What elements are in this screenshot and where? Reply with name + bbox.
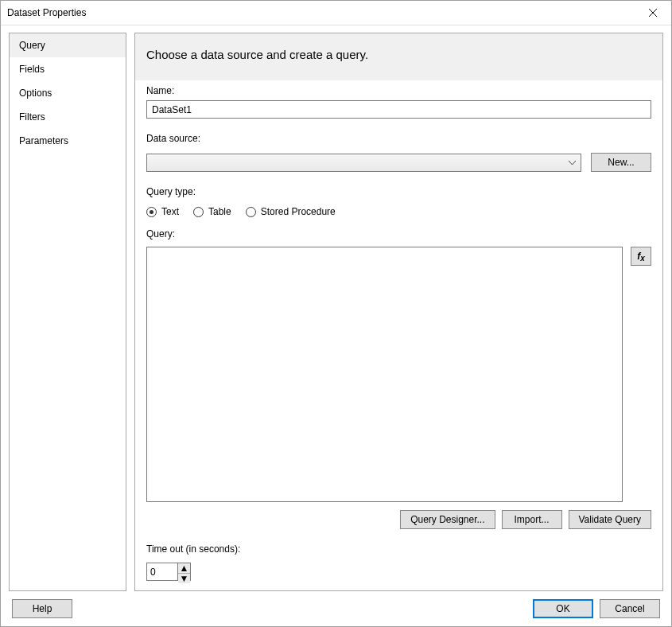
titlebar: Dataset Properties (1, 1, 671, 25)
name-label: Name: (146, 85, 651, 96)
radio-label: Table (208, 206, 231, 217)
sidebar-item-fields[interactable]: Fields (10, 57, 126, 81)
query-label: Query: (146, 228, 651, 240)
content-body: Name: Data source: New... Query type: Te… (135, 80, 662, 590)
radio-table[interactable]: Table (193, 206, 231, 217)
ok-button[interactable]: OK (533, 599, 593, 618)
data-source-combo[interactable] (146, 154, 581, 172)
name-input[interactable] (146, 100, 651, 119)
radio-icon (146, 207, 157, 217)
page-title: Choose a data source and create a query. (135, 33, 662, 80)
button-label: OK (556, 603, 569, 614)
import-button[interactable]: Import... (502, 510, 562, 529)
radio-label: Text (161, 206, 179, 217)
button-label: Help (33, 603, 52, 614)
sidebar-item-label: Parameters (19, 135, 68, 146)
radio-label: Stored Procedure (261, 206, 336, 217)
sidebar-item-parameters[interactable]: Parameters (10, 129, 126, 153)
query-textarea[interactable] (147, 247, 622, 501)
triangle-down-icon: ▼ (180, 574, 189, 583)
radio-stored-procedure[interactable]: Stored Procedure (246, 206, 336, 217)
timeout-input[interactable] (147, 563, 177, 580)
window-title: Dataset Properties (7, 7, 635, 18)
query-type-group: Text Table Stored Procedure (146, 206, 651, 217)
dialog-window: Dataset Properties Query Fields Options … (0, 0, 672, 627)
button-label: Validate Query (579, 514, 642, 525)
query-type-label: Query type: (146, 186, 651, 197)
sidebar-item-filters[interactable]: Filters (10, 105, 126, 129)
close-button[interactable] (635, 1, 671, 25)
chevron-down-icon (569, 157, 576, 168)
radio-icon (246, 207, 256, 217)
button-label: New... (608, 157, 634, 168)
timeout-label: Time out (in seconds): (146, 543, 651, 555)
triangle-up-icon: ▲ (180, 563, 189, 573)
cancel-button[interactable]: Cancel (600, 599, 660, 618)
radio-text[interactable]: Text (146, 206, 179, 217)
query-textarea-wrap (146, 247, 623, 502)
help-button[interactable]: Help (12, 599, 72, 618)
close-icon (649, 9, 657, 17)
validate-query-button[interactable]: Validate Query (569, 510, 652, 529)
button-label: Query Designer... (410, 514, 484, 525)
sidebar-item-label: Filters (19, 111, 45, 123)
sidebar-item-label: Options (19, 88, 52, 99)
radio-icon (193, 207, 204, 217)
query-designer-button[interactable]: Query Designer... (400, 510, 495, 529)
data-source-label: Data source: (146, 133, 651, 144)
spinner-down[interactable]: ▼ (178, 574, 190, 583)
sidebar-item-label: Fields (19, 64, 45, 75)
new-data-source-button[interactable]: New... (591, 153, 651, 172)
fx-icon: fx (637, 251, 645, 262)
sidebar: Query Fields Options Filters Parameters (9, 33, 126, 591)
sidebar-item-label: Query (19, 40, 45, 51)
expression-button[interactable]: fx (631, 247, 651, 266)
timeout-spinner[interactable]: ▲ ▼ (146, 563, 191, 581)
sidebar-item-options[interactable]: Options (10, 81, 126, 105)
spinner-arrows: ▲ ▼ (177, 563, 190, 580)
content-panel: Choose a data source and create a query.… (134, 33, 663, 591)
dialog-footer: Help OK Cancel (1, 591, 671, 626)
dialog-body: Query Fields Options Filters Parameters … (1, 25, 671, 591)
button-label: Import... (514, 514, 549, 525)
sidebar-item-query[interactable]: Query (10, 33, 126, 57)
button-label: Cancel (615, 603, 644, 614)
